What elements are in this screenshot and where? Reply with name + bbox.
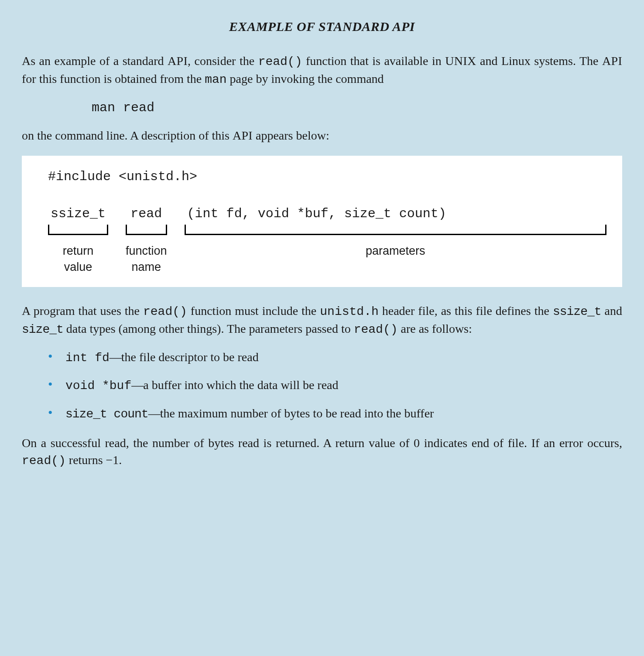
emdash: — (131, 378, 143, 392)
bracket-icon (185, 225, 606, 235)
text: function must include the (187, 304, 320, 318)
return-value-column: ssize_t return value (48, 205, 108, 275)
list-item: size_t count—the maximum number of bytes… (48, 405, 622, 423)
text: data types (among other things). The par… (63, 322, 354, 335)
code-header: unistd.h (320, 305, 378, 318)
text: A program that uses the (22, 304, 143, 318)
text: returns −1. (66, 453, 122, 467)
function-name-column: read function name (126, 205, 167, 275)
bracket-icon (48, 225, 108, 235)
api-smallcaps: API (233, 129, 253, 142)
closing-paragraph: On a successful read, the number of byte… (22, 435, 622, 469)
param-text: a buffer into which the data will be rea… (143, 378, 338, 392)
param-text: the file descriptor to be read (121, 350, 259, 364)
return-label: return value (63, 243, 94, 275)
intro-paragraph: As an example of a standard API, conside… (22, 53, 622, 88)
list-item: void *buf—a buffer into which the data w… (48, 377, 622, 395)
include-directive: #include <unistd.h> (48, 168, 606, 186)
code-read: read() (354, 323, 398, 336)
parameters-label: parameters (366, 243, 425, 259)
parameters-column: (int fd, void *buf, size_t count) parame… (185, 205, 606, 275)
code-read: read() (143, 305, 187, 318)
api-smallcaps: API (602, 54, 622, 68)
signature-row: ssize_t return value read function name … (48, 205, 606, 275)
code-size: size_t (22, 323, 63, 336)
text: As an example of a standard (22, 54, 168, 68)
emdash: — (148, 407, 160, 420)
command-line: man read (92, 99, 622, 117)
code-ssize: ssize_t (553, 305, 601, 318)
para2: A program that uses the read() function … (22, 303, 622, 338)
unix-smallcaps: UNIX (445, 54, 476, 68)
emdash: — (110, 350, 121, 364)
parameters-list: int fd—the file descriptor to be read vo… (22, 349, 622, 423)
text: and Linux systems. The (476, 54, 602, 68)
param-code: int fd (65, 351, 110, 365)
api-diagram: #include <unistd.h> ssize_t return value… (22, 156, 622, 287)
param-text: the maximum number of bytes to be read i… (160, 407, 434, 420)
code-read: read() (22, 454, 66, 468)
list-item: int fd—the file descriptor to be read (48, 349, 622, 367)
param-code: size_t count (65, 407, 148, 421)
text: appears below: (253, 129, 329, 142)
text: , consider the (188, 54, 258, 68)
text: on the command line. A description of th… (22, 129, 233, 142)
code-man: man (205, 73, 226, 86)
text: and (601, 304, 622, 318)
text: are as follows: (398, 322, 472, 335)
page-title: EXAMPLE OF STANDARD API (22, 17, 622, 35)
text: for this function is obtained from the (22, 72, 205, 85)
function-name-text: read (128, 205, 164, 223)
code-read: read() (258, 55, 302, 68)
param-code: void *buf (65, 379, 131, 393)
line2-paragraph: on the command line. A description of th… (22, 127, 622, 144)
text: On a successful read, the number of byte… (22, 436, 622, 450)
text: page by invoking the command (227, 72, 384, 85)
return-type-text: ssize_t (48, 205, 108, 223)
text: function that is available in (302, 54, 445, 68)
function-label: function name (126, 243, 167, 275)
bracket-icon (126, 225, 167, 235)
text: header file, as this file defines the (379, 304, 553, 318)
api-smallcaps: API (168, 54, 188, 68)
parameters-text: (int fd, void *buf, size_t count) (185, 205, 606, 223)
